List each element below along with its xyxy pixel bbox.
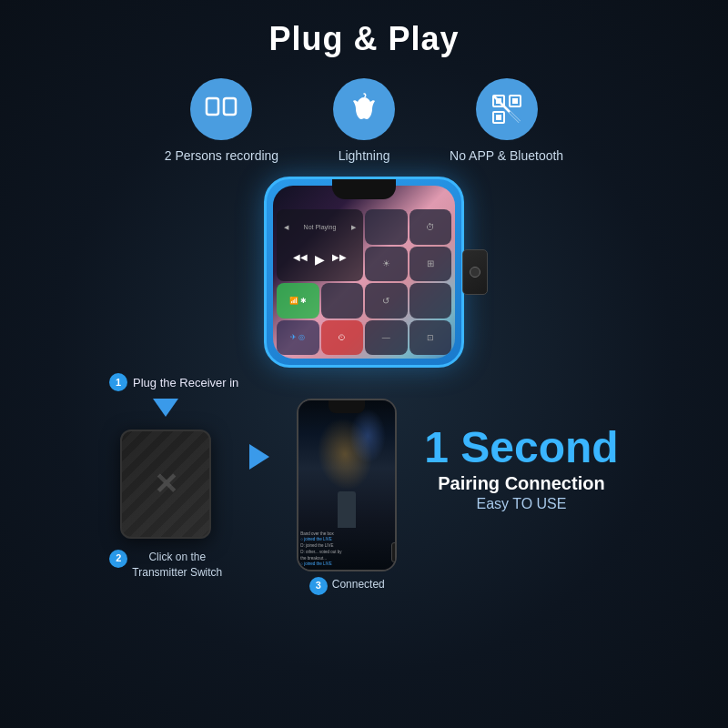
cc-cell-2: ⏱ [410, 209, 452, 245]
second-phone: Band over the box ○ joined the LIVE D: j… [297, 399, 397, 571]
arrow-down-icon [153, 399, 178, 417]
bottom-section: ✕ 2 Click on the Transmitter Switch [0, 399, 728, 595]
feature-two-persons-label: 2 Persons recording [165, 147, 278, 164]
cc-cell-10: ⏲ [321, 320, 364, 356]
cc-cell-main: ◀Not Playing▶ ◀◀▶▶▶ [277, 209, 363, 281]
transmitter-mark: ✕ [154, 467, 178, 501]
cc-cell-7: ↺ [365, 283, 408, 318]
phone-notch [332, 179, 396, 199]
cc-cell-12: ⊡ [410, 320, 452, 356]
one-second-text: 1 Second [424, 426, 618, 470]
no-app-icon-circle [476, 78, 538, 140]
step3-label: 3 Connected [309, 577, 385, 595]
phone-screen: ◀Not Playing▶ ◀◀▶▶▶ ⏱ ☀ ⊞ [273, 186, 455, 359]
cc-cell-6 [321, 283, 364, 318]
transmitter-body: ✕ [120, 430, 211, 539]
phone-section: ◀Not Playing▶ ◀◀▶▶▶ ⏱ ☀ ⊞ [0, 177, 728, 368]
step3-num: 3 [309, 577, 328, 595]
cc-cell-9: ✈◎ [277, 320, 319, 356]
page-title: Plug & Play [0, 0, 728, 58]
person-silhouette [338, 491, 356, 528]
one-second-section: 1 Second Pairing Connection Easy TO USE [424, 426, 618, 512]
feature-lightning: Lightning [333, 78, 395, 164]
svg-line-9 [510, 112, 521, 123]
svg-rect-7 [496, 115, 501, 120]
main-phone: ◀Not Playing▶ ◀◀▶▶▶ ⏱ ☀ ⊞ [264, 177, 464, 368]
feature-lightning-label: Lightning [339, 147, 390, 164]
no-qr-icon [490, 92, 524, 126]
control-center-grid: ◀Not Playing▶ ◀◀▶▶▶ ⏱ ☀ ⊞ [273, 186, 455, 359]
svg-rect-0 [207, 98, 218, 115]
feature-two-persons: 2 Persons recording [165, 78, 278, 164]
cc-cell-5: 📶✱ [277, 283, 319, 318]
step1-text: Plug the Receiver in [133, 376, 238, 389]
apple-icon [347, 92, 381, 126]
cc-cell-1 [365, 209, 408, 245]
step3-text: Connected [332, 577, 385, 592]
step1-num: 1 [109, 373, 127, 391]
receiver-dot [470, 267, 480, 278]
feature-no-app-label: No APP & Bluetooth [450, 147, 563, 164]
easy-to-use-text: Easy TO USE [476, 496, 566, 512]
second-phone-side-device [391, 542, 395, 562]
svg-rect-5 [512, 98, 518, 104]
second-phone-screen: Band over the box ○ joined the LIVE D: j… [298, 400, 395, 570]
step1-label: 1 Plug the Receiver in [109, 373, 728, 391]
two-persons-icon-circle [190, 78, 252, 140]
cc-cell-8 [410, 283, 452, 318]
arrow-right-icon [249, 444, 269, 470]
live-content: Band over the box ○ joined the LIVE D: j… [298, 400, 395, 570]
cc-cell-11: — [365, 320, 408, 356]
step2-label: 2 Click on the Transmitter Switch [109, 550, 222, 581]
lightning-icon-circle [333, 78, 395, 140]
features-row: 2 Persons recording Lightning [0, 78, 728, 164]
live-overlay-text: Band over the box ○ joined the LIVE D: j… [300, 531, 393, 569]
receiver-device [462, 249, 488, 295]
step2-text: Click on the Transmitter Switch [132, 550, 222, 581]
cc-cell-4: ⊞ [410, 247, 452, 282]
svg-rect-1 [224, 98, 236, 115]
pairing-connection-text: Pairing Connection [438, 473, 604, 494]
two-windows-icon [204, 92, 238, 126]
feature-no-app: No APP & Bluetooth [450, 78, 563, 164]
second-phone-notch [329, 400, 365, 413]
main-phone-wrapper: ◀Not Playing▶ ◀◀▶▶▶ ⏱ ☀ ⊞ [264, 177, 464, 368]
cc-cell-3: ☀ [365, 247, 408, 282]
second-phone-section: Band over the box ○ joined the LIVE D: j… [297, 399, 397, 595]
step2-num: 2 [109, 550, 127, 568]
transmitter-section: ✕ 2 Click on the Transmitter Switch [109, 399, 222, 581]
